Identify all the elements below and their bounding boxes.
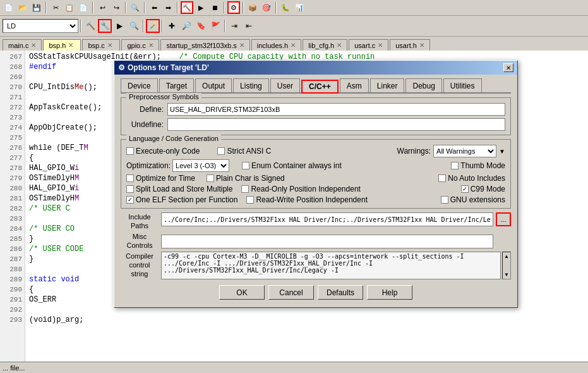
redo-btn[interactable]: ↪	[110, 1, 123, 14]
close-startup[interactable]: ✕	[239, 42, 244, 49]
bookmark-btn[interactable]: 🔖	[194, 19, 208, 33]
thumb-mode-label: Thumb Mode	[460, 161, 505, 170]
optimization-group: Optimization: Level 3 (-O3)	[126, 159, 229, 172]
close-includes-h[interactable]: ✕	[291, 42, 296, 49]
read-only-cb[interactable]	[241, 185, 249, 193]
tab-linker[interactable]: Linker	[370, 78, 405, 92]
one-elf-label: One ELF Section per Function	[136, 195, 237, 204]
enum-container-cb[interactable]	[242, 162, 249, 169]
run-toolbar-btn[interactable]: ▶	[112, 19, 126, 33]
close-libcfg[interactable]: ✕	[337, 42, 342, 49]
tab-target[interactable]: Target	[159, 78, 194, 92]
plain-char-cb[interactable]	[207, 174, 214, 182]
new-file-btn[interactable]: 📄	[3, 1, 15, 14]
tab-usart-h[interactable]: usart.h ✕	[390, 39, 430, 51]
rebuild-btn[interactable]: 🔧	[98, 19, 112, 33]
options-btn[interactable]: ⚙	[227, 1, 240, 14]
include-browse-button[interactable]: ...	[496, 212, 511, 226]
back-btn[interactable]: ⬅	[148, 1, 160, 14]
cut-btn[interactable]: ✂	[49, 1, 62, 14]
strict-ansi-cb[interactable]	[217, 147, 225, 155]
open-btn[interactable]: 📂	[16, 1, 29, 14]
run-btn[interactable]: ▶	[195, 1, 207, 14]
wand-btn[interactable]: 🪄	[146, 19, 160, 33]
search-toolbar-btn[interactable]: 🔎	[179, 19, 193, 33]
scroll-down-arrow[interactable]: ▼	[504, 272, 509, 278]
build-btn[interactable]: 🔨	[181, 1, 193, 14]
tab-cpp[interactable]: C/C++	[301, 80, 339, 94]
tab-bsp-h[interactable]: bsp.h ✕	[43, 39, 81, 51]
find-btn[interactable]: 🔍	[129, 1, 141, 14]
c99-mode-cb[interactable]	[461, 185, 469, 193]
tab-asm[interactable]: Asm	[340, 78, 369, 92]
target-select[interactable]: LD	[3, 19, 78, 33]
undo-btn[interactable]: ↩	[96, 1, 109, 14]
defaults-button[interactable]: Defaults	[318, 285, 363, 300]
tab-usart-c[interactable]: usart.c ✕	[349, 39, 388, 51]
no-auto-includes-cb[interactable]	[438, 174, 446, 182]
copy-btn[interactable]: 📋	[63, 1, 76, 14]
undefine-label: Undefine:	[126, 120, 167, 129]
help-button[interactable]: Help	[367, 285, 412, 300]
close-bsp-h[interactable]: ✕	[68, 42, 73, 49]
ln-293: 293	[0, 315, 25, 325]
scroll-up-arrow[interactable]: ▲	[504, 254, 509, 259]
dialog-title: ⚙ Options for Target 'LD'	[118, 63, 209, 72]
tab-startup[interactable]: startup_stm32f103xb.s ✕	[160, 39, 249, 51]
outdent-btn[interactable]: ⇤	[242, 19, 256, 33]
close-bsp-c[interactable]: ✕	[107, 42, 112, 49]
tab-output[interactable]: Output	[195, 78, 232, 92]
debug-btn[interactable]: 🐛	[279, 1, 292, 14]
indent-btn[interactable]: ⇥	[227, 19, 241, 33]
thumb-mode-cb[interactable]	[451, 162, 459, 169]
save-btn[interactable]: 💾	[30, 1, 43, 14]
read-write-cb[interactable]	[246, 196, 254, 204]
close-usart-h[interactable]: ✕	[419, 42, 424, 49]
build-toolbar-btn[interactable]: 🔨	[83, 19, 97, 33]
compiler-control-input[interactable]: -c99 -c -cpu Cortex-M3 -D__MICROLIB -g -…	[161, 252, 501, 279]
tab-main-c[interactable]: main.c ✕	[3, 39, 42, 51]
tab-debug[interactable]: Debug	[405, 78, 441, 92]
ok-button[interactable]: OK	[219, 285, 265, 300]
close-usart-c[interactable]: ✕	[378, 42, 383, 49]
forward-btn[interactable]: ➡	[162, 1, 174, 14]
flag-btn[interactable]: 🚩	[208, 19, 222, 33]
ln-268: 268	[0, 62, 25, 72]
tab-includes-h-label: includes.h	[257, 42, 289, 49]
compiler-scrollbar[interactable]: ▲ ▼	[502, 252, 511, 279]
manage-btn[interactable]: 📦	[246, 1, 259, 14]
tab-bsp-c[interactable]: bsp.c ✕	[82, 39, 120, 51]
tab-gpio-c[interactable]: gpio.c ✕	[121, 39, 159, 51]
stop-btn[interactable]: ⏹	[208, 1, 221, 14]
c99-mode-option: C99 Mode	[461, 185, 505, 193]
include-paths-input[interactable]	[161, 212, 493, 226]
undefine-input[interactable]	[167, 118, 505, 131]
dialog-close-button[interactable]: ✕	[503, 63, 513, 72]
optimization-select[interactable]: Level 3 (-O3)	[172, 159, 229, 172]
split-load-cb[interactable]	[126, 185, 134, 193]
paste-btn[interactable]: 📄	[77, 1, 90, 14]
close-gpio-c[interactable]: ✕	[148, 42, 153, 49]
gnu-ext-cb[interactable]	[441, 196, 448, 204]
define-input[interactable]	[167, 103, 505, 116]
trace-btn[interactable]: 📊	[293, 1, 306, 14]
target-btn[interactable]: 🎯	[260, 1, 273, 14]
tab-user[interactable]: User	[270, 78, 300, 92]
debug-toolbar-btn[interactable]: 🔍	[127, 19, 141, 33]
symbol-btn[interactable]: ✚	[165, 19, 179, 33]
execute-only-cb[interactable]	[126, 147, 134, 155]
optimize-time-cb[interactable]	[126, 174, 134, 182]
one-elf-cb[interactable]	[126, 196, 134, 204]
cancel-button[interactable]: Cancel	[268, 285, 314, 300]
dialog-content: Device Target Output Listing User C/C++ …	[114, 75, 517, 307]
misc-controls-input[interactable]	[161, 235, 493, 248]
warnings-select[interactable]: All Warnings	[433, 145, 496, 157]
tab-libcfg[interactable]: lib_cfg.h ✕	[303, 39, 347, 51]
close-main-c[interactable]: ✕	[31, 42, 36, 49]
tab-includes-h[interactable]: includes.h ✕	[251, 39, 302, 51]
no-auto-includes-option: No Auto Includes	[438, 174, 505, 183]
tab-utilities[interactable]: Utilities	[443, 78, 482, 92]
tab-bsp-h-label: bsp.h	[49, 42, 66, 49]
tab-device[interactable]: Device	[121, 78, 158, 92]
tab-listing[interactable]: Listing	[233, 78, 269, 92]
